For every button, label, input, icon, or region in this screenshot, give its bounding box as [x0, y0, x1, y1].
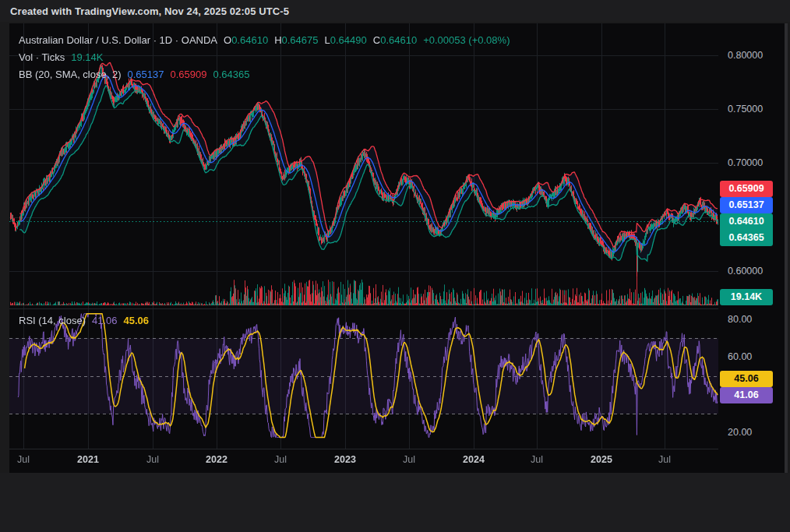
- volume-label: Vol · Ticks: [19, 51, 65, 63]
- volume-badge: 19.14K: [720, 289, 773, 305]
- bb-label: BB (20, SMA, close, 2): [19, 69, 122, 80]
- bb-lower-value: 0.64365: [213, 69, 250, 80]
- time-tick-jul22: Jul: [257, 454, 304, 465]
- rsi-legend-row[interactable]: RSI (14, close)41.0645.06: [19, 314, 149, 328]
- time-tick-2022: 2022: [193, 454, 240, 465]
- ohlc-high-label: H: [274, 34, 281, 46]
- rsi-value: 41.06: [92, 315, 118, 326]
- ohlc-low-value: 0.64490: [330, 34, 367, 46]
- price-tick-075: 0.75000: [728, 103, 782, 115]
- change-value: +0.00053 (+0.08%): [423, 34, 510, 46]
- ohlc-low-label: L: [325, 34, 330, 46]
- time-tick-2024: 2024: [450, 454, 497, 465]
- ohlc-open-value: 0.64610: [231, 34, 268, 46]
- attribution-bar: Created with TradingView.com, Nov 24, 20…: [0, 0, 790, 22]
- rsi-tick-60: 60.00: [728, 351, 782, 363]
- bb-basis-badge: 0.65137: [720, 197, 773, 213]
- chart-panel: [9, 23, 785, 473]
- bb-lower-badge: 0.64365: [720, 230, 773, 246]
- time-tick-2025: 2025: [578, 454, 625, 465]
- bb-legend-row[interactable]: BB (20, SMA, close, 2)0.651370.659090.64…: [19, 68, 250, 82]
- time-tick-jul21: Jul: [129, 454, 176, 465]
- price-tick-060: 0.60000: [728, 265, 782, 277]
- price-chart-canvas[interactable]: [9, 23, 718, 473]
- time-tick-2021: 2021: [65, 454, 111, 465]
- rsi-badge: 41.06: [720, 387, 773, 403]
- volume-value: 19.14K: [71, 51, 103, 63]
- time-tick-2023: 2023: [322, 454, 369, 465]
- time-tick-jul20: Jul: [0, 454, 47, 465]
- last-price-badge: 0.64610: [720, 213, 773, 230]
- bb-upper-value: 0.65909: [171, 69, 207, 80]
- rsi-label: RSI (14, close): [19, 315, 86, 326]
- ohlc-open-label: O: [224, 34, 231, 46]
- rsi-ma-value: 45.06: [124, 315, 150, 326]
- time-tick-jul24: Jul: [513, 454, 560, 465]
- symbol-title: Australian Dollar / U.S. Dollar · 1D · O…: [19, 34, 217, 46]
- price-scale-scrollbar[interactable]: [785, 23, 788, 473]
- ohlc-high-value: 0.64675: [282, 34, 319, 46]
- rsi-tick-20: 20.00: [728, 426, 782, 439]
- time-tick-jul25: Jul: [641, 454, 688, 465]
- price-tick-070: 0.70000: [728, 157, 782, 169]
- rsi-ma-badge: 45.06: [720, 371, 773, 387]
- rsi-tick-80: 80.00: [728, 313, 782, 326]
- price-tick-080: 0.80000: [728, 49, 782, 62]
- footer-bar: TradingView: [0, 473, 790, 532]
- attribution-text: Created with TradingView.com, Nov 24, 20…: [10, 5, 289, 17]
- symbol-legend-row[interactable]: Australian Dollar / U.S. Dollar · 1D · O…: [19, 33, 510, 48]
- time-tick-jul23: Jul: [386, 454, 432, 465]
- bb-basis-value: 0.65137: [128, 69, 164, 80]
- tradingview-snapshot: Created with TradingView.com, Nov 24, 20…: [0, 0, 790, 532]
- ohlc-close-value: 0.64610: [380, 34, 417, 46]
- volume-legend-row[interactable]: Vol · Ticks19.14K: [19, 51, 103, 65]
- ohlc-close-label: C: [373, 34, 380, 46]
- bb-upper-badge: 0.65909: [720, 181, 773, 197]
